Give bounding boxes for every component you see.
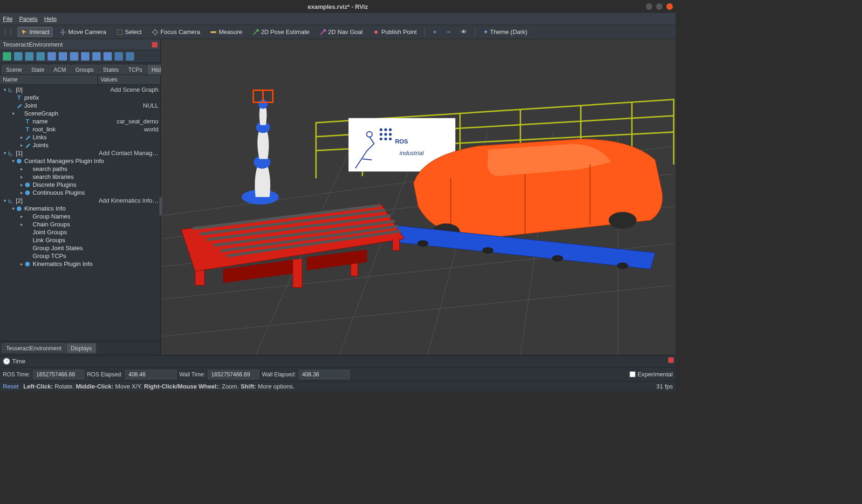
ros-elapsed-input[interactable] xyxy=(125,370,177,379)
expander-icon[interactable]: ▾ xyxy=(10,110,16,117)
tree-row[interactable]: ▸search libraries xyxy=(0,173,160,181)
mini-tool-icon[interactable] xyxy=(59,52,67,61)
interact-button[interactable]: Interact xyxy=(18,27,53,37)
move-camera-button[interactable]: Move Camera xyxy=(56,27,109,37)
expander-icon[interactable]: ▾ xyxy=(2,86,7,93)
mini-tool-icon[interactable] xyxy=(48,52,56,61)
experimental-checkbox[interactable]: Experimental xyxy=(629,371,673,378)
expander-icon[interactable]: ▸ xyxy=(19,189,24,196)
experimental-checkbox-input[interactable] xyxy=(629,371,636,377)
tree-view[interactable]: ▾[0]Add Scene GraphTprefixJointNULL▾Scen… xyxy=(0,85,160,341)
expander-icon[interactable]: ▸ xyxy=(19,181,24,188)
expander-icon[interactable]: ▾ xyxy=(2,197,7,204)
tree-row[interactable]: Group Joint States xyxy=(0,244,160,252)
reset-button[interactable]: Reset xyxy=(3,383,19,390)
tree-row[interactable]: Joint Groups xyxy=(0,228,160,236)
expander-icon[interactable]: ▾ xyxy=(10,205,16,212)
tree-row[interactable]: ▾Kinematics Info xyxy=(0,204,160,212)
tab-states[interactable]: States xyxy=(99,65,123,75)
tab-state[interactable]: State xyxy=(27,65,48,75)
mini-tool-icon[interactable] xyxy=(92,52,101,61)
expander-icon[interactable]: ▸ xyxy=(19,165,24,172)
remove-button[interactable]: − xyxy=(444,27,454,37)
window-maximize-button[interactable] xyxy=(656,3,663,10)
expander-icon[interactable]: ▸ xyxy=(19,213,24,220)
time-panel-close-button[interactable] xyxy=(668,357,674,363)
publish-point-button[interactable]: Publish Point xyxy=(369,27,420,37)
tree-row[interactable]: Tnamecar_seat_demo xyxy=(0,117,160,125)
bottom-tab-displays[interactable]: Displays xyxy=(67,343,96,353)
tree-row[interactable]: Tprefix xyxy=(0,94,160,102)
tab-scene[interactable]: Scene xyxy=(2,65,26,75)
theme-selector[interactable]: ✦ Theme (Dark) xyxy=(480,27,531,37)
tree-item-label: Kinematics Info xyxy=(24,205,66,212)
mini-tool-icon[interactable] xyxy=(126,52,134,61)
tree-row[interactable]: Troot_linkworld xyxy=(0,125,160,133)
column-values[interactable]: Values xyxy=(98,75,160,84)
window-minimize-button[interactable] xyxy=(646,3,652,10)
visibility-button[interactable]: 👁 xyxy=(458,27,470,37)
tree-row[interactable]: ▾[2]Add Kinematics Info… xyxy=(0,197,160,204)
mini-tool-icon[interactable] xyxy=(115,52,123,61)
tree-row[interactable]: ▾[0]Add Scene Graph xyxy=(0,86,160,94)
expander-icon[interactable]: ▸ xyxy=(19,134,24,141)
tab-tcps[interactable]: TCPs xyxy=(124,65,146,75)
mini-tool-icon[interactable] xyxy=(3,52,11,61)
mini-tool-icon[interactable] xyxy=(36,52,45,61)
mini-tool-icon[interactable] xyxy=(14,52,22,61)
expander-icon[interactable]: ▸ xyxy=(19,260,24,267)
tree-item-icon xyxy=(24,213,31,220)
column-name[interactable]: Name xyxy=(0,75,98,84)
splitter-handle[interactable] xyxy=(159,197,162,216)
wall-time-input[interactable] xyxy=(208,370,259,379)
tree-row[interactable]: ▸search paths xyxy=(0,165,160,173)
tree-row[interactable]: ▸Links xyxy=(0,133,160,141)
focus-camera-button[interactable]: Focus Camera xyxy=(149,27,203,37)
tree-row[interactable]: Link Groups xyxy=(0,236,160,244)
menu-help[interactable]: Help xyxy=(44,15,57,22)
tree-item-label: Kinematics Plugin Info xyxy=(33,260,93,267)
mini-tool-icon[interactable] xyxy=(81,52,89,61)
tree-row[interactable]: ▸Group Names xyxy=(0,212,160,220)
bottom-tab-tesseractenvironment[interactable]: TesseractEnvironment xyxy=(2,343,66,353)
tree-row[interactable]: ▸Chain Groups xyxy=(0,220,160,228)
measure-button[interactable]: Measure xyxy=(207,27,246,37)
expander-icon[interactable]: ▸ xyxy=(19,221,24,228)
tree-row[interactable]: ▾SceneGraph xyxy=(0,109,160,117)
panel-close-button[interactable] xyxy=(152,42,157,48)
expander-icon[interactable]: ▸ xyxy=(19,173,24,180)
mini-tool-icon[interactable] xyxy=(25,52,34,61)
expander-icon[interactable]: ▸ xyxy=(19,142,24,149)
window-close-button[interactable] xyxy=(666,3,673,10)
tab-acm[interactable]: ACM xyxy=(49,65,70,75)
panel-header[interactable]: TesseractEnvironment xyxy=(0,39,160,50)
menu-panels[interactable]: Panels xyxy=(19,15,38,22)
menu-file[interactable]: File xyxy=(3,15,13,22)
tree-item-label: Contact Managers Plugin Info xyxy=(24,157,104,164)
nav-goal-button[interactable]: 2D Nav Goal xyxy=(316,27,366,37)
tab-groups[interactable]: Groups xyxy=(71,65,98,75)
pose-estimate-button[interactable]: 2D Pose Estimate xyxy=(249,27,313,37)
ros-time-input[interactable] xyxy=(33,370,84,379)
tree-row[interactable]: ▸Discrete Plugins xyxy=(0,181,160,189)
3d-scene: ROS industrial xyxy=(161,39,676,355)
tree-row[interactable]: JointNULL xyxy=(0,102,160,109)
select-button[interactable]: Select xyxy=(113,27,145,37)
tree-row[interactable]: ▸Continuous Plugins xyxy=(0,189,160,197)
wall-elapsed-input[interactable] xyxy=(299,370,350,379)
mini-tool-icon[interactable] xyxy=(103,52,112,61)
tree-row[interactable]: ▸Joints xyxy=(0,141,160,149)
expander-icon[interactable]: ▾ xyxy=(2,150,7,157)
time-panel-title: Time xyxy=(12,358,25,365)
tree-row[interactable]: ▾Contact Managers Plugin Info xyxy=(0,157,160,165)
toolbar-grip-icon[interactable]: ⋮⋮ xyxy=(2,28,14,35)
tree-row[interactable]: ▾[1]Add Contact Manag… xyxy=(0,149,160,157)
add-button[interactable]: + xyxy=(430,27,440,37)
time-panel-header[interactable]: 🕑 Time xyxy=(0,355,676,367)
tree-row[interactable]: Group TCPs xyxy=(0,252,160,260)
time-row: ROS Time: ROS Elapsed: Wall Time: Wall E… xyxy=(0,367,676,381)
expander-icon[interactable]: ▾ xyxy=(10,157,16,164)
tree-row[interactable]: ▸Kinematics Plugin Info xyxy=(0,260,160,268)
mini-tool-icon[interactable] xyxy=(70,52,78,61)
3d-viewport[interactable]: ROS industrial xyxy=(161,39,676,355)
